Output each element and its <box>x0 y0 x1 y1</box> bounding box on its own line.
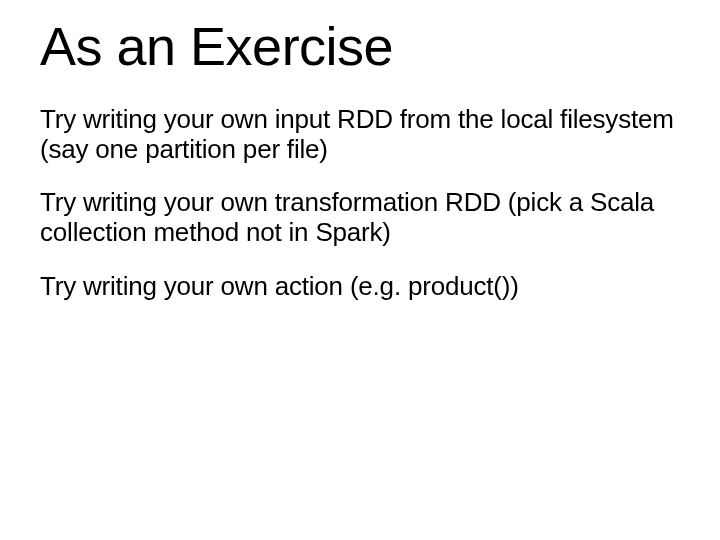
slide-paragraph: Try writing your own transformation RDD … <box>40 188 680 248</box>
slide-title: As an Exercise <box>40 18 680 75</box>
slide-paragraph: Try writing your own action (e.g. produc… <box>40 272 680 302</box>
slide: As an Exercise Try writing your own inpu… <box>0 0 720 540</box>
slide-paragraph: Try writing your own input RDD from the … <box>40 105 680 165</box>
